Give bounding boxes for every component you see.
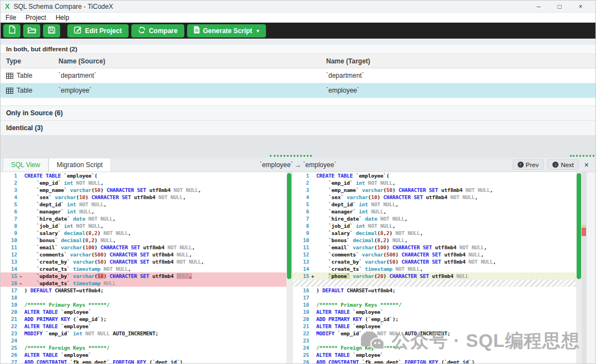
line-number: 5: [1, 201, 17, 208]
line-number: 27: [1, 358, 17, 363]
app-logo-icon: X: [5, 2, 10, 10]
diff-marker: [309, 186, 316, 194]
code-line: 10 `bonus` decimal(8,2) NULL,: [1, 237, 286, 244]
diff-marker: [17, 179, 24, 186]
diff-marker: [17, 201, 24, 208]
code-line: 25/****** Foreign Keys ******/: [1, 344, 286, 351]
target-code-pane[interactable]: 1CREATE TABLE `employee`(2 `emp_id` int …: [292, 172, 576, 363]
code-line: 8 `job_id` int NOT NULL,: [292, 222, 576, 229]
line-number: 18: [1, 294, 17, 301]
save-project-button[interactable]: [43, 24, 60, 38]
tab-migration-script[interactable]: Migration Script: [49, 158, 111, 172]
source-scrollbar: [286, 172, 292, 363]
line-number: 21: [1, 315, 17, 323]
chevron-down-icon: ▾: [257, 28, 259, 34]
diff-marker: [309, 208, 316, 215]
diff-marker: [17, 323, 24, 330]
arrow-down-circle-icon: ↓: [552, 162, 558, 168]
diff-marker: [309, 179, 316, 186]
generate-script-button[interactable]: Generate Script ▾: [187, 24, 266, 38]
diff-marker: [17, 308, 24, 315]
line-number: 11: [292, 244, 309, 251]
diff-marker: [309, 258, 316, 265]
app-window: X SQL Schema Compare - TiCodeX – □ × Fil…: [0, 0, 596, 364]
close-button[interactable]: ×: [570, 3, 591, 10]
splitter-handle[interactable]: [270, 155, 312, 157]
code-line: 22ALTER TABLE `employee`: [1, 323, 286, 330]
line-number: 11: [1, 244, 17, 251]
compare-button[interactable]: Compare: [131, 24, 184, 38]
splitter-handle-right[interactable]: [570, 155, 594, 157]
line-number: 14: [1, 265, 17, 272]
menu-help[interactable]: Help: [56, 14, 70, 22]
source-code-pane[interactable]: 1CREATE TABLE `employee`(2 `emp_id` int …: [1, 172, 286, 363]
line-number: 9: [292, 229, 309, 237]
script-file-icon: [194, 26, 200, 35]
line-number: 25: [1, 344, 17, 351]
code-line: 2 `emp_id` int NOT NULL,: [1, 179, 286, 186]
diff-marker: [309, 244, 316, 251]
menu-file[interactable]: File: [6, 14, 16, 22]
diff-marker: [17, 344, 24, 351]
code-line: 21ALTER TABLE `employee`: [292, 323, 576, 330]
line-number: 8: [1, 222, 17, 229]
line-number: 19: [292, 308, 309, 315]
minimize-button[interactable]: –: [528, 3, 549, 10]
code-line: 22MODIFY `emp_id` int NOT NULL AUTO_INCR…: [292, 330, 576, 337]
diff-marker: [17, 294, 24, 301]
section-only-in-source[interactable]: Only in Source (6): [1, 106, 595, 121]
code-line: 8 `job_id` int NOT NULL,: [1, 222, 286, 229]
code-line: 6 `manager` int NULL,: [1, 208, 286, 215]
edit-project-button[interactable]: Edit Project: [67, 24, 129, 38]
new-project-button[interactable]: [3, 24, 20, 38]
source-scrollbar-thumb[interactable]: [287, 173, 291, 279]
diff-marker: [309, 222, 316, 229]
column-header-name-source: Name (Source): [58, 57, 326, 65]
line-number: 12: [292, 251, 309, 258]
window-edge-strip: [586, 172, 595, 363]
diff-marker: [309, 358, 316, 363]
row-type: Table: [1, 72, 58, 79]
code-line: 5 `dept_id` int NOT NULL,: [1, 201, 286, 208]
target-scrollbar-thumb[interactable]: [577, 173, 581, 279]
save-icon: [48, 26, 55, 36]
line-number: 9: [1, 229, 17, 237]
code-line: 7 `hire_date` date NOT NULL,: [292, 215, 576, 222]
prev-diff-button[interactable]: ↑ Prev: [513, 159, 544, 170]
toolbar-gap: [1, 39, 595, 45]
code-line: 23: [292, 337, 576, 344]
code-line: 7 `hire_date` date NOT NULL,: [1, 215, 286, 222]
diff-marker: [309, 308, 316, 315]
diff-marker: [309, 265, 316, 272]
diff-marker: [309, 172, 316, 179]
table-icon: [6, 73, 13, 79]
line-number: 18: [292, 301, 309, 308]
line-number: 3: [1, 186, 17, 194]
editor-tabs: SQL View Migration Script: [3, 158, 111, 172]
next-diff-button[interactable]: ↓ Next: [547, 159, 579, 170]
line-number: 17: [292, 294, 309, 301]
comparison-row[interactable]: Table`employee``employee`: [1, 83, 595, 98]
diff-marker: [17, 315, 24, 323]
maximize-button[interactable]: □: [549, 3, 570, 10]
line-number: 13: [292, 258, 309, 265]
diff-marker: [309, 194, 316, 201]
section-in-both-different[interactable]: In both, but different (2): [1, 45, 595, 54]
menu-project[interactable]: Project: [25, 14, 46, 22]
close-diff-button[interactable]: ×: [583, 160, 590, 169]
line-number: 23: [292, 337, 309, 344]
row-source-name: `department`: [58, 72, 326, 79]
diff-marker: [309, 237, 316, 244]
open-project-button[interactable]: [23, 24, 40, 38]
section-identical[interactable]: Identical (3): [1, 121, 595, 136]
comparison-row[interactable]: Table`department``department`: [1, 68, 595, 83]
line-number: 25: [292, 351, 309, 358]
tab-sql-view[interactable]: SQL View: [3, 158, 49, 172]
open-folder-icon: [28, 26, 36, 36]
code-line: 11 `email` varchar(100) CHARACTER SET ut…: [1, 244, 286, 251]
code-line: 3 `emp_name` varchar(50) CHARACTER SET u…: [292, 186, 576, 194]
line-number: 1: [1, 172, 17, 179]
diff-marker: [17, 330, 24, 337]
diff-marker: [309, 215, 316, 222]
diff-marker: -: [17, 280, 24, 287]
